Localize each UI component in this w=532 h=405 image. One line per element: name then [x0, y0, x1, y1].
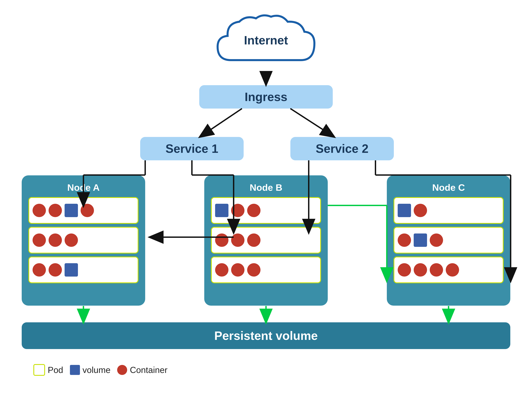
container-c1-1: [414, 204, 427, 217]
ingress-label: Ingress: [245, 90, 287, 104]
legend-volume-item: volume: [70, 365, 111, 375]
pod-row-b1: [211, 197, 321, 224]
pod-row-a2: [28, 227, 138, 254]
service2-box: Service 2: [290, 137, 394, 160]
legend-pod-item: Pod: [33, 364, 63, 376]
container-c2-2: [430, 234, 443, 247]
container-a1-1: [33, 204, 46, 217]
service1-label: Service 1: [165, 142, 218, 155]
container-a3-1: [33, 263, 46, 277]
container-b2-2: [231, 234, 244, 247]
container-b2-3: [247, 234, 261, 247]
container-b2-1: [215, 234, 229, 247]
diagram-container: Internet Ingress Service 1 Service 2 Nod…: [0, 0, 532, 405]
container-a1-3: [81, 204, 94, 217]
pod-row-c3: [394, 256, 504, 283]
pod-row-c1: [394, 197, 504, 224]
service1-box: Service 1: [140, 137, 244, 160]
pod-row-b3: [211, 256, 321, 283]
container-c3-2: [414, 263, 427, 277]
node-b-title: Node B: [211, 182, 321, 193]
container-a2-3: [65, 234, 78, 247]
volume-b1: [215, 204, 229, 217]
svg-line-1: [200, 108, 242, 137]
persistent-volume-label: Persistent volume: [214, 329, 318, 343]
container-b3-1: [215, 263, 229, 277]
volume-c1: [398, 204, 411, 217]
volume-a3: [65, 263, 78, 277]
internet-label: Internet: [208, 34, 324, 47]
container-b3-2: [231, 263, 244, 277]
container-c3-4: [446, 263, 459, 277]
container-b3-3: [247, 263, 261, 277]
volume-a1: [65, 204, 78, 217]
pod-row-c2: [394, 227, 504, 254]
node-a-title: Node A: [28, 182, 138, 193]
legend-container-item: Container: [117, 365, 167, 375]
pod-row-a3: [28, 256, 138, 283]
persistent-volume-box: Persistent volume: [22, 322, 510, 349]
container-b1-1: [231, 204, 244, 217]
volume-c2: [414, 234, 427, 247]
container-a2-2: [49, 234, 62, 247]
pod-row-b2: [211, 227, 321, 254]
container-a2-1: [33, 234, 46, 247]
ingress-box: Ingress: [199, 85, 333, 108]
legend-container-label: Container: [130, 365, 167, 375]
node-c-box: Node C: [387, 175, 510, 306]
container-a3-2: [49, 263, 62, 277]
container-b1-2: [247, 204, 261, 217]
node-c-title: Node C: [394, 182, 504, 193]
node-a-box: Node A: [22, 175, 145, 306]
legend: Pod volume Container: [33, 364, 168, 376]
legend-container-icon: [117, 365, 127, 375]
pod-row-a1: [28, 197, 138, 224]
node-b-box: Node B: [204, 175, 328, 306]
legend-pod-icon: [33, 364, 45, 376]
container-a1-2: [49, 204, 62, 217]
svg-line-2: [290, 108, 334, 137]
container-c3-1: [398, 263, 411, 277]
container-c3-3: [430, 263, 443, 277]
legend-volume-icon: [70, 365, 80, 375]
legend-pod-label: Pod: [48, 365, 63, 375]
legend-volume-label: volume: [83, 365, 111, 375]
container-c2-1: [398, 234, 411, 247]
cloud-shape: Internet: [208, 10, 324, 74]
service2-label: Service 2: [316, 142, 368, 155]
